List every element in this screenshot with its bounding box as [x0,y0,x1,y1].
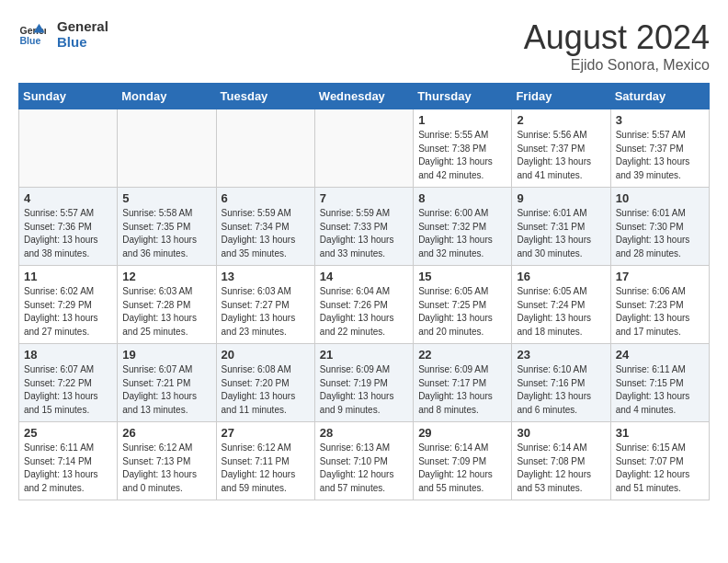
day-info: Sunrise: 6:14 AM Sunset: 7:09 PM Dayligh… [418,442,506,495]
calendar-cell: 6Sunrise: 5:59 AM Sunset: 7:34 PM Daylig… [216,188,314,266]
day-info: Sunrise: 5:57 AM Sunset: 7:37 PM Dayligh… [616,129,704,182]
calendar-week-3: 11Sunrise: 6:02 AM Sunset: 7:29 PM Dayli… [19,266,710,344]
calendar-cell: 17Sunrise: 6:06 AM Sunset: 7:23 PM Dayli… [610,266,709,344]
header-tuesday: Tuesday [216,84,314,109]
calendar-cell: 7Sunrise: 5:59 AM Sunset: 7:33 PM Daylig… [314,188,413,266]
calendar-week-4: 18Sunrise: 6:07 AM Sunset: 7:22 PM Dayli… [19,344,710,422]
day-number: 13 [222,270,310,283]
calendar-cell: 4Sunrise: 5:57 AM Sunset: 7:36 PM Daylig… [19,188,118,266]
day-info: Sunrise: 6:01 AM Sunset: 7:30 PM Dayligh… [616,207,704,260]
day-info: Sunrise: 6:08 AM Sunset: 7:20 PM Dayligh… [222,363,310,417]
day-info: Sunrise: 6:03 AM Sunset: 7:28 PM Dayligh… [122,285,210,339]
calendar-cell: 22Sunrise: 6:09 AM Sunset: 7:17 PM Dayli… [414,344,512,422]
day-number: 17 [616,270,704,283]
header-monday: Monday [118,84,216,109]
day-info: Sunrise: 6:07 AM Sunset: 7:21 PM Dayligh… [122,363,210,417]
calendar-week-1: 1Sunrise: 5:55 AM Sunset: 7:38 PM Daylig… [19,109,710,188]
day-info: Sunrise: 6:10 AM Sunset: 7:16 PM Dayligh… [517,363,605,417]
day-number: 21 [320,348,408,362]
calendar-cell: 15Sunrise: 6:05 AM Sunset: 7:25 PM Dayli… [414,266,512,344]
day-info: Sunrise: 5:58 AM Sunset: 7:35 PM Dayligh… [122,207,210,260]
day-number: 24 [616,348,704,362]
day-number: 10 [616,191,704,205]
day-info: Sunrise: 5:56 AM Sunset: 7:37 PM Dayligh… [517,129,605,182]
day-number: 2 [517,113,605,127]
calendar-table: SundayMondayTuesdayWednesdayThursdayFrid… [18,83,710,500]
day-info: Sunrise: 5:59 AM Sunset: 7:34 PM Dayligh… [222,207,310,260]
calendar-week-2: 4Sunrise: 5:57 AM Sunset: 7:36 PM Daylig… [19,188,710,266]
header-thursday: Thursday [414,84,512,109]
calendar-cell: 1Sunrise: 5:55 AM Sunset: 7:38 PM Daylig… [414,109,512,188]
day-number: 22 [418,348,506,362]
day-info: Sunrise: 6:04 AM Sunset: 7:26 PM Dayligh… [320,285,408,339]
calendar-cell: 27Sunrise: 6:12 AM Sunset: 7:11 PM Dayli… [216,422,314,500]
day-number: 12 [122,270,210,283]
location: Ejido Sonora, Mexico [524,57,710,74]
calendar-cell [118,109,216,188]
title-block: August 2024 Ejido Sonora, Mexico [524,18,710,74]
calendar-cell: 11Sunrise: 6:02 AM Sunset: 7:29 PM Dayli… [19,266,118,344]
day-number: 30 [517,426,605,440]
day-info: Sunrise: 6:09 AM Sunset: 7:19 PM Dayligh… [320,363,408,417]
calendar-cell: 23Sunrise: 6:10 AM Sunset: 7:16 PM Dayli… [512,344,610,422]
day-number: 19 [122,348,210,362]
header-friday: Friday [512,84,610,109]
day-info: Sunrise: 6:12 AM Sunset: 7:11 PM Dayligh… [222,442,310,495]
day-number: 1 [418,113,506,127]
calendar-cell: 26Sunrise: 6:12 AM Sunset: 7:13 PM Dayli… [118,422,216,500]
day-info: Sunrise: 5:57 AM Sunset: 7:36 PM Dayligh… [24,207,112,260]
calendar-cell: 2Sunrise: 5:56 AM Sunset: 7:37 PM Daylig… [512,109,610,188]
logo-icon: General Blue [18,20,46,48]
day-number: 7 [320,191,408,205]
calendar-cell: 3Sunrise: 5:57 AM Sunset: 7:37 PM Daylig… [610,109,709,188]
day-info: Sunrise: 6:05 AM Sunset: 7:24 PM Dayligh… [517,285,605,339]
calendar-cell: 13Sunrise: 6:03 AM Sunset: 7:27 PM Dayli… [216,266,314,344]
day-number: 31 [616,426,704,440]
calendar-cell: 8Sunrise: 6:00 AM Sunset: 7:32 PM Daylig… [414,188,512,266]
day-info: Sunrise: 6:15 AM Sunset: 7:07 PM Dayligh… [616,442,704,495]
calendar-cell: 14Sunrise: 6:04 AM Sunset: 7:26 PM Dayli… [314,266,413,344]
day-number: 27 [222,426,310,440]
calendar-cell: 30Sunrise: 6:14 AM Sunset: 7:08 PM Dayli… [512,422,610,500]
header-saturday: Saturday [610,84,709,109]
day-number: 29 [418,426,506,440]
day-number: 14 [320,270,408,283]
day-info: Sunrise: 6:12 AM Sunset: 7:13 PM Dayligh… [122,442,210,495]
header-sunday: Sunday [19,84,118,109]
calendar-header-row: SundayMondayTuesdayWednesdayThursdayFrid… [19,84,710,109]
logo: General Blue General Blue [18,18,108,50]
day-info: Sunrise: 6:07 AM Sunset: 7:22 PM Dayligh… [24,363,112,417]
calendar-cell: 31Sunrise: 6:15 AM Sunset: 7:07 PM Dayli… [610,422,709,500]
calendar-cell: 20Sunrise: 6:08 AM Sunset: 7:20 PM Dayli… [216,344,314,422]
calendar-cell: 19Sunrise: 6:07 AM Sunset: 7:21 PM Dayli… [118,344,216,422]
calendar-week-5: 25Sunrise: 6:11 AM Sunset: 7:14 PM Dayli… [19,422,710,500]
day-number: 28 [320,426,408,440]
day-info: Sunrise: 6:06 AM Sunset: 7:23 PM Dayligh… [616,285,704,339]
calendar-cell: 28Sunrise: 6:13 AM Sunset: 7:10 PM Dayli… [314,422,413,500]
calendar-cell: 5Sunrise: 5:58 AM Sunset: 7:35 PM Daylig… [118,188,216,266]
day-number: 25 [24,426,112,440]
day-number: 15 [418,270,506,283]
day-number: 26 [122,426,210,440]
day-info: Sunrise: 5:59 AM Sunset: 7:33 PM Dayligh… [320,207,408,260]
day-info: Sunrise: 6:02 AM Sunset: 7:29 PM Dayligh… [24,285,112,339]
calendar-cell: 24Sunrise: 6:11 AM Sunset: 7:15 PM Dayli… [610,344,709,422]
day-number: 11 [24,270,112,283]
day-info: Sunrise: 6:14 AM Sunset: 7:08 PM Dayligh… [517,442,605,495]
day-info: Sunrise: 6:05 AM Sunset: 7:25 PM Dayligh… [418,285,506,339]
day-info: Sunrise: 5:55 AM Sunset: 7:38 PM Dayligh… [418,129,506,182]
logo-blue: Blue [57,34,108,50]
day-info: Sunrise: 6:03 AM Sunset: 7:27 PM Dayligh… [222,285,310,339]
calendar-cell: 16Sunrise: 6:05 AM Sunset: 7:24 PM Dayli… [512,266,610,344]
day-number: 6 [222,191,310,205]
day-number: 3 [616,113,704,127]
day-info: Sunrise: 6:09 AM Sunset: 7:17 PM Dayligh… [418,363,506,417]
calendar-cell [19,109,118,188]
logo-general: General [57,18,108,34]
calendar-cell [314,109,413,188]
page-header: General Blue General Blue August 2024 Ej… [18,18,710,74]
day-number: 9 [517,191,605,205]
day-number: 16 [517,270,605,283]
day-info: Sunrise: 6:13 AM Sunset: 7:10 PM Dayligh… [320,442,408,495]
day-number: 5 [122,191,210,205]
